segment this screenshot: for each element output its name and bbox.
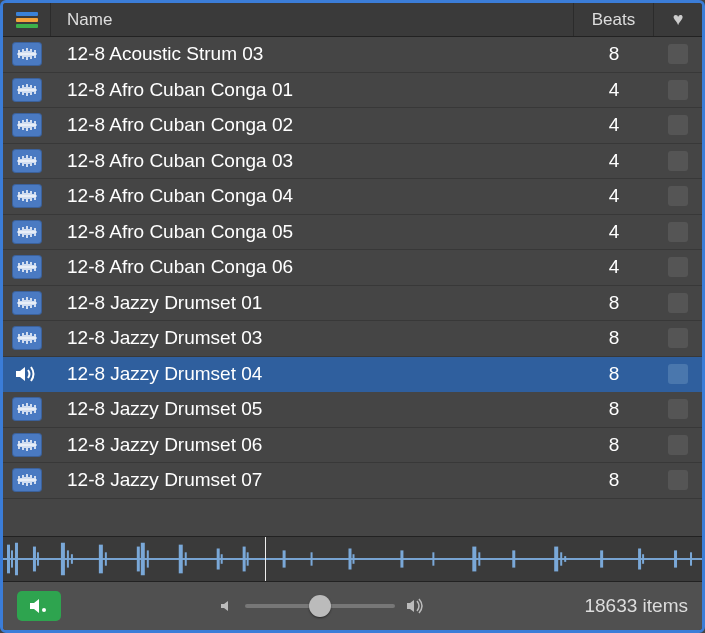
favorite-checkbox[interactable] — [668, 470, 688, 490]
waveform-preview[interactable] — [3, 536, 702, 582]
favorite-checkbox[interactable] — [668, 364, 688, 384]
loop-type-icon[interactable] — [3, 113, 51, 137]
preview-play-button[interactable] — [17, 591, 61, 621]
table-row[interactable]: 12-8 Jazzy Drumset 048 — [3, 357, 702, 393]
favorite-checkbox[interactable] — [668, 399, 688, 419]
audio-loop-icon — [12, 184, 42, 208]
column-header-favorite[interactable]: ♥ — [654, 3, 702, 36]
favorite-checkbox[interactable] — [668, 293, 688, 313]
loop-type-icon[interactable] — [3, 433, 51, 457]
loop-type-icon[interactable] — [3, 326, 51, 350]
audio-loop-icon — [12, 468, 42, 492]
svg-rect-150 — [554, 547, 558, 572]
audio-loop-icon — [12, 291, 42, 315]
footer-bar: 18633 items — [3, 582, 702, 630]
svg-rect-149 — [512, 550, 515, 567]
loop-name: 12-8 Jazzy Drumset 03 — [51, 327, 574, 349]
table-row[interactable]: 12-8 Acoustic Strum 038 — [3, 37, 702, 73]
table-row[interactable]: 12-8 Jazzy Drumset 018 — [3, 286, 702, 322]
loop-type-icon[interactable] — [3, 184, 51, 208]
favorite-cell — [654, 80, 702, 100]
favorite-checkbox[interactable] — [668, 328, 688, 348]
svg-rect-153 — [600, 550, 603, 567]
favorite-checkbox[interactable] — [668, 186, 688, 206]
column-header-name[interactable]: Name — [51, 3, 574, 36]
svg-rect-154 — [638, 548, 641, 569]
loop-beats: 4 — [574, 185, 654, 207]
loop-type-icon[interactable] — [3, 220, 51, 244]
audio-loop-icon — [12, 78, 42, 102]
favorite-checkbox[interactable] — [668, 115, 688, 135]
loop-type-icon[interactable] — [3, 291, 51, 315]
playing-indicator[interactable] — [3, 363, 51, 385]
table-row[interactable]: 12-8 Afro Cuban Conga 024 — [3, 108, 702, 144]
table-row[interactable]: 12-8 Afro Cuban Conga 034 — [3, 144, 702, 180]
favorite-checkbox[interactable] — [668, 44, 688, 64]
favorite-checkbox[interactable] — [668, 151, 688, 171]
column-header-beats[interactable]: Beats — [574, 3, 654, 36]
loop-beats: 4 — [574, 79, 654, 101]
loop-beats: 8 — [574, 398, 654, 420]
loop-beats: 8 — [574, 363, 654, 385]
loop-name: 12-8 Jazzy Drumset 07 — [51, 469, 574, 491]
volume-control — [61, 597, 584, 615]
table-header: Name Beats ♥ — [3, 3, 702, 37]
table-row[interactable]: 12-8 Jazzy Drumset 068 — [3, 428, 702, 464]
favorite-cell — [654, 115, 702, 135]
table-row[interactable]: 12-8 Afro Cuban Conga 054 — [3, 215, 702, 251]
loop-name: 12-8 Jazzy Drumset 01 — [51, 292, 574, 314]
loop-type-icon[interactable] — [3, 149, 51, 173]
loop-beats: 8 — [574, 292, 654, 314]
favorite-cell — [654, 257, 702, 277]
table-row[interactable]: 12-8 Afro Cuban Conga 044 — [3, 179, 702, 215]
table-row[interactable]: 12-8 Jazzy Drumset 058 — [3, 392, 702, 428]
table-row[interactable]: 12-8 Jazzy Drumset 038 — [3, 321, 702, 357]
svg-rect-144 — [353, 554, 355, 564]
audio-loop-icon — [12, 326, 42, 350]
favorite-cell — [654, 328, 702, 348]
loop-type-icon[interactable] — [3, 255, 51, 279]
table-row[interactable]: 12-8 Jazzy Drumset 078 — [3, 463, 702, 499]
table-row[interactable]: 12-8 Afro Cuban Conga 014 — [3, 73, 702, 109]
audio-loop-icon — [12, 255, 42, 279]
svg-rect-152 — [564, 556, 566, 562]
loop-beats: 4 — [574, 221, 654, 243]
loop-name: 12-8 Afro Cuban Conga 02 — [51, 114, 574, 136]
table-row[interactable]: 12-8 Afro Cuban Conga 064 — [3, 250, 702, 286]
svg-rect-155 — [642, 554, 644, 564]
loop-type-icon[interactable] — [3, 78, 51, 102]
favorite-checkbox[interactable] — [668, 80, 688, 100]
loop-name: 12-8 Jazzy Drumset 05 — [51, 398, 574, 420]
loop-beats: 4 — [574, 256, 654, 278]
loop-name: 12-8 Afro Cuban Conga 01 — [51, 79, 574, 101]
loop-name: 12-8 Jazzy Drumset 04 — [51, 363, 574, 385]
svg-rect-157 — [690, 552, 692, 565]
volume-slider-thumb[interactable] — [309, 595, 331, 617]
favorite-cell — [654, 399, 702, 419]
loop-type-icon[interactable] — [3, 468, 51, 492]
loop-list[interactable]: 12-8 Acoustic Strum 03812-8 Afro Cuban C… — [3, 37, 702, 536]
audio-loop-icon — [12, 149, 42, 173]
loop-beats: 8 — [574, 434, 654, 456]
svg-rect-156 — [674, 550, 677, 567]
playhead-indicator[interactable] — [265, 537, 266, 581]
favorite-checkbox[interactable] — [668, 435, 688, 455]
loop-type-icon[interactable] — [3, 397, 51, 421]
svg-rect-143 — [349, 548, 352, 569]
loop-beats: 8 — [574, 43, 654, 65]
svg-rect-148 — [478, 552, 480, 565]
favorite-checkbox[interactable] — [668, 222, 688, 242]
loop-type-icon[interactable] — [3, 42, 51, 66]
loop-name: 12-8 Afro Cuban Conga 05 — [51, 221, 574, 243]
speaker-icon — [14, 363, 40, 385]
favorite-cell — [654, 222, 702, 242]
view-toggle-button[interactable] — [3, 3, 51, 36]
svg-rect-145 — [400, 550, 403, 567]
loop-beats: 8 — [574, 469, 654, 491]
volume-slider[interactable] — [245, 604, 395, 608]
volume-low-icon — [219, 598, 235, 614]
favorite-checkbox[interactable] — [668, 257, 688, 277]
audio-loop-icon — [12, 433, 42, 457]
svg-rect-141 — [283, 550, 286, 567]
favorite-cell — [654, 44, 702, 64]
